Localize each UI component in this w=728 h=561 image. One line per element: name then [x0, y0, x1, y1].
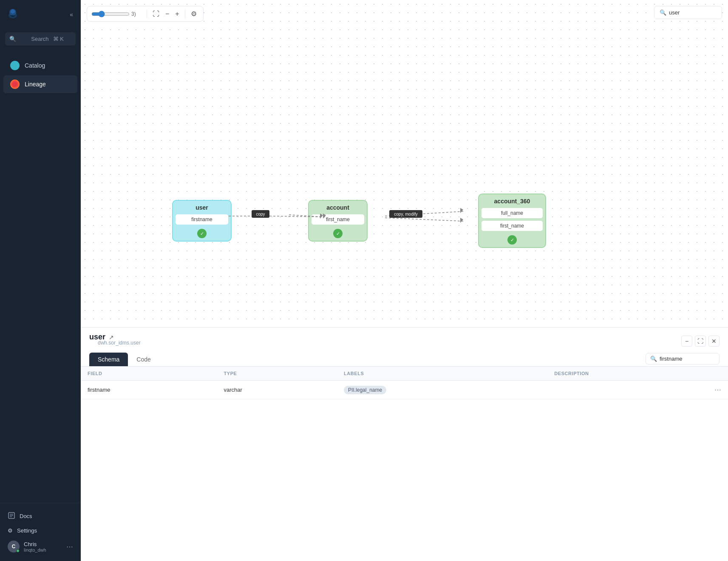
docs-label: Docs — [20, 513, 32, 519]
panel-header: user ↗ dwh.sor_idms.user − ⛶ ✕ — [81, 327, 728, 353]
sidebar: « 🔍 Search ⌘ K Catalog Lineage — [0, 0, 81, 561]
panel-search: 🔍 — [646, 353, 720, 365]
settings-button[interactable]: ⚙ — [189, 9, 199, 19]
node-user-expand: ✓ — [173, 227, 231, 241]
cell-labels: PII.legal_name — [337, 381, 547, 399]
row-actions: ⋯ — [554, 386, 721, 394]
table-row: firstname varchar PII.legal_name ⋯ — [81, 381, 728, 399]
logo[interactable] — [6, 7, 20, 22]
sidebar-search[interactable]: 🔍 Search ⌘ K — [5, 32, 76, 46]
lineage-edges: copy copy, modify — [81, 0, 728, 327]
panel-close-button[interactable]: ✕ — [708, 336, 720, 347]
sidebar-item-lineage[interactable]: Lineage — [3, 75, 77, 93]
node-account[interactable]: account first_name ✓ — [308, 200, 368, 242]
row-menu-button[interactable]: ⋯ — [714, 386, 721, 394]
settings-icon: ⚙ — [8, 527, 13, 534]
settings-label: Settings — [17, 527, 37, 534]
canvas-area[interactable]: 3) ⛶ − + ⚙ 🔍 copy — [81, 0, 728, 327]
panel-controls: − ⛶ ✕ — [681, 336, 720, 347]
avatar: C — [8, 541, 20, 552]
table-body: firstname varchar PII.legal_name ⋯ — [81, 381, 728, 399]
collapse-button[interactable]: « — [68, 9, 75, 20]
panel-title-section: user ↗ dwh.sor_idms.user — [89, 333, 141, 349]
col-type: TYPE — [217, 367, 337, 381]
user-info: C Chris linqto_dwh — [8, 541, 46, 552]
cell-type: varchar — [217, 381, 337, 399]
user-org: linqto_dwh — [24, 547, 46, 552]
panel-expand-button[interactable]: ⛶ — [695, 336, 706, 347]
catalog-icon — [10, 61, 20, 70]
node-account-expand: ✓ — [309, 227, 367, 241]
node-user-field-firstname: firstname — [176, 214, 228, 225]
svg-point-2 — [11, 9, 15, 14]
node-account-header: account — [309, 201, 367, 214]
toolbar-divider — [147, 10, 147, 18]
canvas-search: 🔍 — [654, 6, 722, 19]
node-account-360[interactable]: account_360 full_name first_name ✓ — [478, 194, 546, 248]
col-description: DESCRIPTION — [547, 367, 728, 381]
panel-minimize-button[interactable]: − — [681, 336, 692, 347]
user-details: Chris linqto_dwh — [24, 541, 46, 552]
tab-schema[interactable]: Schema — [89, 353, 128, 366]
col-field: FIELD — [81, 367, 217, 381]
footer-user[interactable]: C Chris linqto_dwh ⋯ — [3, 537, 77, 556]
lineage-graph: user firstname ✓ account first_name ✓ ac… — [172, 194, 546, 248]
table-header: FIELD TYPE LABELS DESCRIPTION — [81, 367, 728, 381]
label-badge-pii[interactable]: PII.legal_name — [344, 386, 386, 394]
canvas-search-input[interactable] — [669, 9, 717, 16]
zoom-out-button[interactable]: − — [163, 9, 171, 19]
node-account-field-firstname: first_name — [312, 214, 364, 225]
sidebar-footer: Docs ⚙ Settings C Chris linqto_dwh ⋯ — [0, 503, 81, 561]
canvas-toolbar: 3) ⛶ − + ⚙ — [87, 6, 204, 22]
tabs: Schema Code — [89, 353, 159, 366]
node-account360-field-firstname: first_name — [482, 221, 543, 231]
col-labels: LABELS — [337, 367, 547, 381]
search-shortcut: ⌘ K — [53, 36, 71, 42]
node-account360-expand: ✓ — [479, 234, 545, 247]
cell-field: firstname — [81, 381, 217, 399]
footer-item-settings[interactable]: ⚙ Settings — [3, 524, 77, 537]
search-icon: 🔍 — [9, 36, 28, 42]
zoom-value: 3) — [131, 11, 143, 17]
expand-button-account360[interactable]: ✓ — [507, 235, 517, 245]
zoom-slider[interactable] — [91, 11, 130, 17]
user-status-dot — [16, 549, 20, 552]
canvas-search-icon: 🔍 — [660, 9, 666, 16]
tab-code[interactable]: Code — [128, 353, 159, 366]
search-label: Search — [31, 36, 49, 42]
node-user[interactable]: user firstname ✓ — [172, 200, 232, 242]
expand-button-account[interactable]: ✓ — [333, 229, 343, 238]
user-menu-icon: ⋯ — [66, 543, 73, 551]
lineage-label: Lineage — [25, 81, 46, 88]
zoom-in-button[interactable]: + — [173, 9, 181, 19]
schema-table-wrapper: FIELD TYPE LABELS DESCRIPTION firstname … — [81, 367, 728, 561]
sidebar-item-catalog[interactable]: Catalog — [3, 57, 77, 74]
user-name: Chris — [24, 541, 46, 547]
footer-item-docs[interactable]: Docs — [3, 508, 77, 524]
toolbar-divider-2 — [185, 10, 185, 18]
fit-button[interactable]: ⛶ — [150, 9, 161, 19]
tabs-bar: Schema Code 🔍 — [81, 353, 728, 367]
panel-search-input[interactable] — [660, 356, 715, 362]
nav-items: Catalog Lineage — [0, 52, 81, 503]
bottom-panel: user ↗ dwh.sor_idms.user − ⛶ ✕ Schema Co… — [81, 327, 728, 561]
catalog-label: Catalog — [25, 62, 45, 69]
node-account360-header: account_360 — [479, 194, 545, 208]
node-user-header: user — [173, 201, 231, 214]
sidebar-header: « — [0, 0, 81, 29]
schema-table: FIELD TYPE LABELS DESCRIPTION firstname … — [81, 367, 728, 399]
lineage-icon — [10, 80, 20, 89]
docs-icon — [8, 512, 15, 521]
cell-description: ⋯ — [547, 381, 728, 399]
expand-button-user[interactable]: ✓ — [197, 229, 207, 238]
main-content: 3) ⛶ − + ⚙ 🔍 copy — [81, 0, 728, 561]
node-account360-field-fullname: full_name — [482, 208, 543, 218]
panel-search-icon: 🔍 — [650, 356, 657, 362]
